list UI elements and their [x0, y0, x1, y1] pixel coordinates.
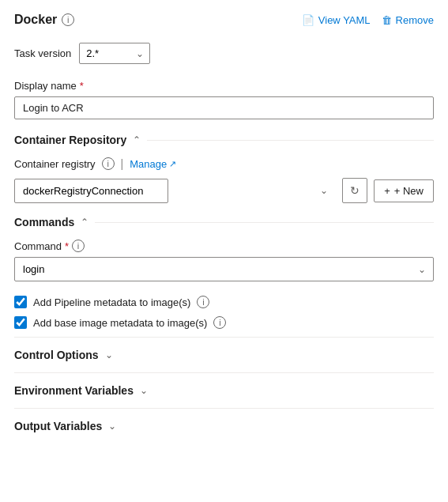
environment-variables-section: Environment Variables ⌄	[14, 372, 434, 408]
add-pipeline-metadata-label[interactable]: Add Pipeline metadata to image(s)	[33, 296, 190, 308]
container-repository-header: Container Repository ⌃	[14, 134, 434, 146]
command-dropdown-wrapper: login build push buildAndPush ⌄	[14, 257, 434, 281]
container-repository-chevron[interactable]: ⌃	[133, 134, 141, 145]
task-version-label: Task version	[14, 47, 71, 59]
environment-variables-title: Environment Variables	[14, 384, 134, 397]
registry-chevron: ⌄	[320, 185, 328, 196]
commands-title: Commands	[14, 216, 74, 228]
refresh-button[interactable]: ↻	[342, 178, 367, 203]
container-registry-label-row: Container registry i | Manage ↗	[14, 157, 434, 170]
external-link-icon: ↗	[169, 159, 176, 169]
task-version-row: Task version 2.* 1.* 0.* ⌄	[14, 43, 434, 64]
add-base-image-metadata-label[interactable]: Add base image metadata to image(s)	[33, 317, 207, 329]
container-repository-title: Container Repository	[14, 134, 126, 146]
divider: |	[121, 157, 124, 170]
add-base-image-metadata-checkbox[interactable]	[14, 316, 27, 329]
output-variables-title: Output Variables	[14, 420, 102, 432]
control-options-chevron: ⌄	[105, 349, 113, 360]
docker-info-icon[interactable]: i	[62, 13, 74, 26]
command-info-icon[interactable]: i	[72, 240, 85, 252]
yaml-icon: 📄	[302, 14, 314, 26]
pipeline-metadata-info-icon[interactable]: i	[197, 296, 209, 308]
header-row: Docker i 📄 View YAML 🗑 Remove	[14, 13, 434, 27]
container-repository-section: Container Repository ⌃ Container registr…	[14, 134, 434, 203]
commands-chevron[interactable]: ⌃	[81, 217, 88, 228]
page-title: Docker	[14, 13, 57, 27]
remove-icon: 🗑	[382, 14, 392, 26]
checkbox-base-image-metadata-row: Add base image metadata to image(s) i	[14, 316, 434, 329]
new-button[interactable]: + + New	[374, 179, 434, 202]
task-version-wrapper: 2.* 1.* 0.* ⌄	[79, 43, 150, 64]
environment-variables-chevron: ⌄	[140, 385, 148, 396]
commands-section: Commands ⌃ Command * i login build push …	[14, 216, 434, 329]
task-version-select[interactable]: 2.* 1.* 0.*	[79, 43, 150, 64]
base-image-metadata-info-icon[interactable]: i	[213, 316, 226, 329]
new-plus-icon: +	[384, 185, 390, 197]
display-name-required: *	[80, 80, 84, 92]
manage-link[interactable]: Manage ↗	[130, 158, 176, 170]
display-name-section: Display name *	[14, 80, 434, 119]
control-options-header[interactable]: Control Options ⌄	[14, 349, 434, 361]
container-repository-line	[147, 140, 434, 141]
view-yaml-link[interactable]: 📄 View YAML	[302, 14, 371, 26]
header-actions: 📄 View YAML 🗑 Remove	[302, 14, 434, 26]
command-select[interactable]: login build push buildAndPush	[14, 257, 434, 281]
checkbox-pipeline-metadata-row: Add Pipeline metadata to image(s) i	[14, 296, 434, 308]
environment-variables-header[interactable]: Environment Variables ⌄	[14, 384, 434, 397]
control-options-title: Control Options	[14, 349, 99, 361]
container-registry-label: Container registry	[14, 158, 96, 170]
command-required-star: *	[65, 240, 69, 252]
add-pipeline-metadata-checkbox[interactable]	[14, 296, 27, 308]
command-field-section: Command * i login build push buildAndPus…	[14, 240, 434, 281]
registry-select[interactable]: dockerRegistryConnection	[14, 179, 168, 203]
registry-dropdown-wrapper: dockerRegistryConnection ⌄	[14, 179, 336, 203]
output-variables-header[interactable]: Output Variables ⌄	[14, 420, 434, 432]
display-name-input[interactable]	[14, 96, 434, 119]
command-label: Command * i	[14, 240, 434, 252]
output-variables-section: Output Variables ⌄	[14, 408, 434, 443]
registry-dropdown-row: dockerRegistryConnection ⌄ ↻ + + New	[14, 178, 434, 203]
container-registry-info-icon[interactable]: i	[102, 157, 115, 170]
header-left: Docker i	[14, 13, 74, 27]
control-options-section: Control Options ⌄	[14, 337, 434, 372]
output-variables-chevron: ⌄	[108, 421, 116, 432]
commands-header: Commands ⌃	[14, 216, 434, 228]
commands-line	[95, 222, 434, 223]
display-name-label: Display name *	[14, 80, 434, 92]
remove-link[interactable]: 🗑 Remove	[382, 14, 434, 26]
